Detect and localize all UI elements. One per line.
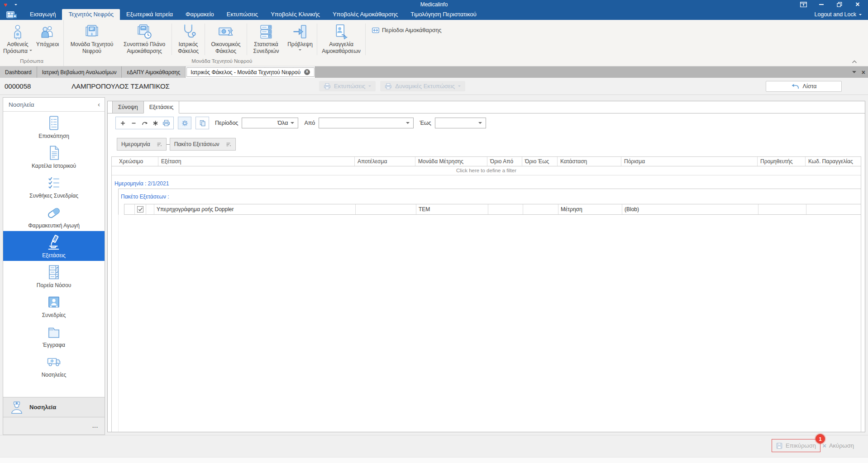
print-icon[interactable] [162,118,171,128]
group-row-package[interactable]: Πακέτο Εξετάσεων : [119,189,861,204]
close-tab-icon[interactable]: × [304,69,310,75]
group-chip-paketo-exetaseon[interactable]: Πακέτο Εξετάσεων [170,138,236,151]
column-header-katastasi[interactable]: Κατάσταση [558,157,621,166]
button-label: Δυναμικές Εκτυπώσεις [395,83,455,90]
logout-and-lock-button[interactable]: Logout and Lock [815,11,868,20]
settings-gear-icon[interactable] [178,117,191,129]
tab-list-dropdown-icon[interactable] [852,71,856,73]
ribbon-tab-timologisi[interactable]: Τιμολόγηση Περιστατικού [404,9,483,20]
sidebar-item-nosileies[interactable]: Νοσηλείες [3,350,105,380]
table-row[interactable]: Υπερηχογράφημα ροής Doppler ΤΕΜ Μέτρηση … [124,204,861,215]
medical-record-button[interactable]: Ιατρικός Φάκελος [173,21,204,57]
ribbon-tab-ypovoles-aimokatharsis[interactable]: Υποβολές Αιμοκάθαρσης [326,9,404,20]
sidebar-item-synthikes-synedrias[interactable]: Συνθήκες Συνεδρίας [3,171,105,201]
group-row-date[interactable]: Ημερομηνία : 2/1/2021 [112,179,861,189]
sidebar-item-label: Φαρμακευτική Αγωγή [28,222,80,229]
title-bar: ♥ Medicalinfo × [0,0,868,9]
tab-exetaseis[interactable]: Εξετάσεις [143,101,180,113]
close-document-icon[interactable]: × [862,70,865,75]
limit-from-cell [488,204,523,214]
result-cell [356,204,416,214]
sidebar-item-label: Έγγραφα [43,342,65,348]
period-label: Περίοδος [215,120,238,126]
patient-header-bar: 0000058 ΛΑΜΠΡΟΠΟΥΛΟΣ ΤΣΑΜΠΙΚΟΣ Εκτυπώσει… [0,78,868,95]
redo-icon[interactable] [140,118,149,128]
doc-tab-dashboard[interactable]: Dashboard [0,66,37,78]
record-nav-button-group [115,117,174,129]
confirm-button[interactable]: Επικύρωση 1 [772,439,820,452]
column-header-monada-metrisis[interactable]: Μονάδα Μέτρησης [415,157,487,166]
ribbon-tab-eisagogi[interactable]: Εισαγωγή [24,9,62,20]
collapse-sidebar-icon[interactable]: ‹ [98,102,100,107]
asterisk-icon[interactable] [151,118,160,128]
column-header-orio-eos[interactable]: Όριο Έως [522,157,558,166]
app-logo-icon[interactable] [6,11,17,19]
close-icon[interactable]: × [854,1,862,8]
dialysis-announcement-button[interactable]: Αναγγελία Αιμοκαθάρσεων [318,21,364,57]
column-header-porisma[interactable]: Πόρισμα [621,157,758,166]
ribbon-tab-exoterika-iatreia[interactable]: Εξωτερικά Ιατρεία [120,9,179,20]
ribbon-group-label: Πρόσωπα [0,57,63,66]
sidebar-item-eggrafa[interactable]: Έγγραφα [3,321,105,350]
doc-tab-iatrikos-fakelos[interactable]: Ιατρικός Φάκελος - Μονάδα Τεχνητού Νεφρο… [186,66,315,78]
navigation-sidebar: Νοσηλεία ‹ Επισκόπηση Καρτέλα Ιστορικού [3,97,105,435]
from-date-combobox[interactable] [319,118,414,128]
session-statistics-button[interactable]: Στατιστικά Συνεδριών [248,21,284,57]
dialysis-summary-plan-button[interactable]: Συνοπτικό Πλάνο Αιμοκάθαρσης [118,21,171,57]
sessions-icon [45,293,62,311]
column-header-xreosimo[interactable]: Χρεώσιμο [112,157,158,166]
ribbon-tab-texnitos-nefros[interactable]: Τεχνητός Νεφρός [62,9,120,20]
ribbon-tab-ypovoles-klinikis[interactable]: Υποβολές Κλινικής [264,9,326,20]
financial-record-button[interactable]: Οικονομικός Φάκελος [206,21,246,57]
sidebar-footer-label: Νοσηλεία [29,404,56,411]
sidebar-footer-nosileia[interactable]: Νοσηλεία [3,397,105,417]
dialysis-unit-button[interactable]: Μονάδα Τεχνητού Νεφρού [66,21,118,57]
column-header-kod-paraggelias[interactable]: Κωδ. Παραγγελίας [806,157,861,166]
ribbon-tab-ektyposeis[interactable]: Εκτυπώσεις [220,9,264,20]
minimize-icon[interactable] [817,1,825,8]
dock-window-icon[interactable] [799,1,807,8]
overview-icon [45,114,62,132]
finding-cell: (Blob) [622,204,758,214]
remove-icon[interactable] [129,118,138,128]
patients-persons-button[interactable]: Ασθενείς Πρόσωπα [2,21,33,57]
column-header-apotelesma[interactable]: Αποτέλεσμα [355,157,415,166]
ribbon-tab-farmakeio[interactable]: Φαρμακείο [179,9,220,20]
unit-cell: ΤΕΜ [416,204,488,214]
group-chip-imerominia[interactable]: Ημερομηνία [117,138,167,151]
forecast-button[interactable]: Πρόβλεψη [284,21,316,57]
dialysis-periods-button[interactable]: Περίοδοι Αιμοκάθαρσης [372,27,441,34]
sidebar-item-poreia-nosou[interactable]: Πορεία Νόσου [3,261,105,291]
to-date-combobox[interactable] [435,118,486,128]
list-button[interactable]: Λίστα [766,81,842,92]
cancel-button[interactable]: × Ακύρωση [820,439,857,452]
button-label: Μονάδα Τεχνητού Νεφρού [67,41,117,55]
medication-icon [45,204,62,221]
doc-tab-edapy[interactable]: εΔΑΠΥ Αιμοκάθαρσης [122,66,186,78]
doc-tab-label: Ιατρικός Φάκελος - Μονάδα Τεχνητού Νεφρο… [191,69,300,76]
back-arrow-icon [791,84,799,89]
sidebar-item-synedries[interactable]: Συνεδρίες [3,291,105,321]
billable-checkbox[interactable] [137,206,143,213]
collapse-ribbon-icon[interactable] [852,60,857,64]
copy-icon[interactable] [196,117,209,129]
period-combobox[interactable]: Όλα [242,118,298,128]
restore-icon[interactable] [835,1,844,8]
obligors-button[interactable]: Υπόχρεοι [33,21,62,57]
column-header-exetasi[interactable]: Εξέταση [158,157,355,166]
sidebar-item-episkopisi[interactable]: Επισκόπηση [3,112,105,142]
sidebar-item-kartela-istorikou[interactable]: Καρτέλα Ιστορικού [3,142,105,171]
column-header-orio-apo[interactable]: Όριο Από [487,157,522,166]
tab-synopsi[interactable]: Σύνοψη [112,101,144,113]
sidebar-item-farmakeutiki-agogi[interactable]: Φαρμακευτική Αγωγή [3,201,105,231]
filter-row[interactable]: Click here to define a filter [112,166,861,175]
button-label: Οικονομικός Φάκελος [207,41,245,55]
column-header-promitheutis[interactable]: Προμηθευτής [758,157,806,166]
sidebar-overflow-button[interactable]: ... [3,417,105,435]
dynamic-print-button-disabled[interactable]: Δυναμικές Εκτυπώσεις [380,81,465,91]
exams-tab-content: Περίοδος Όλα Από Έως [108,113,865,432]
sidebar-item-exetaseis[interactable]: Εξετάσεις [3,231,105,261]
print-button-disabled[interactable]: Εκτυπώσεις [319,81,376,91]
doc-tab-iatriki-vevaiosi[interactable]: Ιατρική Βεβαίωση Αναλωσίμων [37,66,122,78]
add-icon[interactable] [118,118,128,128]
